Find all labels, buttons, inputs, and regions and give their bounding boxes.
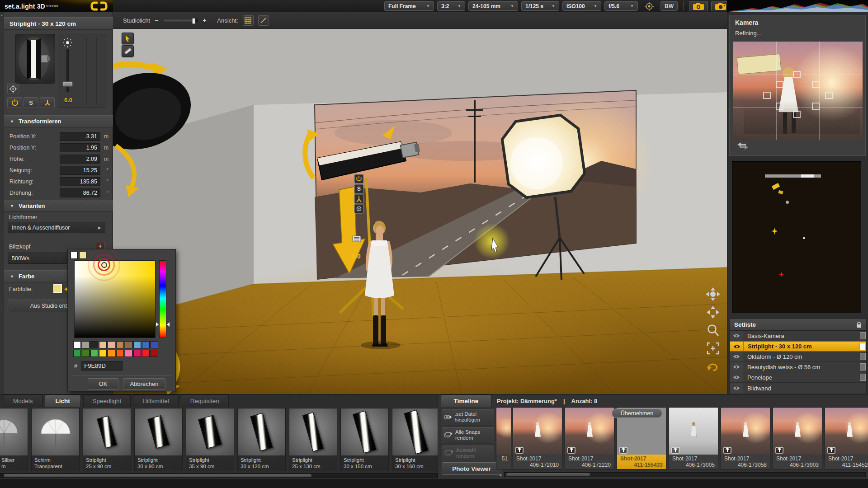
render-all-snaps-button[interactable]: Alle Snaps rendern: [442, 427, 494, 443]
setliste-item-penelope[interactable]: Penelope: [730, 372, 866, 383]
shot-thumbnail-406-172220[interactable]: Shot-2017406-172220: [565, 407, 614, 469]
slider-knob[interactable]: [192, 18, 195, 24]
recent-color-swatch[interactable]: [71, 252, 78, 259]
lens-dropdown[interactable]: 24-105 mm▼: [468, 1, 518, 11]
aspect-ratio-dropdown[interactable]: 3:2▼: [437, 1, 465, 11]
scrollbar-handle[interactable]: [506, 473, 590, 476]
farbfolie-color-swatch[interactable]: [53, 284, 62, 293]
bw-toggle-button[interactable]: BW: [660, 1, 678, 11]
pan-view-button[interactable]: [705, 305, 721, 319]
setliste-row-box[interactable]: [860, 353, 866, 360]
light-solo-button[interactable]: S: [24, 97, 38, 108]
light-power-button[interactable]: [7, 97, 22, 108]
tab-timeline[interactable]: Timeline: [441, 394, 491, 407]
tilt-field[interactable]: 15.25: [60, 166, 100, 175]
palette-swatch[interactable]: [90, 341, 98, 348]
palette-swatch[interactable]: [142, 341, 150, 348]
light-thumb-striplight-30x150[interactable]: Striplight30 x 150 cm: [340, 408, 389, 471]
palette-swatch[interactable]: [82, 341, 90, 348]
setliste-item-oktaform[interactable]: Oktaform - Ø 120 cm: [730, 352, 866, 362]
shutter-speed-dropdown[interactable]: 1/125 s▼: [521, 1, 559, 11]
section-transformieren[interactable]: ▼Transformieren: [4, 115, 113, 127]
light-thumb-striplight-30x160[interactable]: Striplight30 x 160 cm: [392, 408, 438, 471]
light-target-button[interactable]: [7, 84, 19, 94]
select-tool-button[interactable]: [122, 33, 134, 44]
apply-shot-icon[interactable]: [723, 446, 731, 454]
setliste-item-beautydish[interactable]: Beautydish weiss - Ø 56 cm: [730, 362, 866, 372]
palette-swatch[interactable]: [125, 350, 132, 357]
flash-glow-indicator[interactable]: [474, 223, 510, 259]
apply-shot-icon[interactable]: [619, 446, 627, 454]
tab-requisiten[interactable]: Requisiten: [181, 394, 229, 407]
orbit-view-button[interactable]: [705, 287, 721, 301]
light-thumb-striplight-30x120[interactable]: Striplight30 x 120 cm: [237, 408, 286, 471]
position-x-field[interactable]: 3.31: [60, 132, 100, 141]
light-thumb-striplight-25x130[interactable]: Striplight25 x 130 cm: [289, 408, 337, 471]
hex-color-input[interactable]: [81, 361, 123, 371]
hue-slider[interactable]: [159, 260, 166, 338]
photo-viewer-button[interactable]: Photo Viewer: [442, 462, 501, 475]
lichtformer-dropdown[interactable]: Innen & Aussendiffusor▶: [8, 222, 105, 233]
direction-field[interactable]: 135.85: [60, 177, 100, 186]
shot-thumbnail-partial[interactable]: 51: [496, 407, 511, 469]
setliste-row-box[interactable]: [860, 363, 866, 371]
tab-models[interactable]: Models: [4, 394, 42, 407]
snapshot-button[interactable]: [689, 1, 708, 11]
shot-thumbnail-406-172010[interactable]: Shot-2017406-172010: [513, 407, 562, 469]
studiolight-slider[interactable]: [163, 19, 198, 22]
light-thumb-schirm-transparent[interactable]: Schirm TransparentØ 100 cm: [31, 408, 80, 471]
light-thumb-striplight-30x90[interactable]: Striplight30 x 90 cm: [134, 408, 183, 471]
fit-view-button[interactable]: [705, 341, 721, 356]
height-field[interactable]: 2.09: [60, 155, 100, 164]
add-set-file-button[interactable]: .set Datei hinzufügen: [442, 409, 494, 425]
palette-swatch[interactable]: [116, 350, 124, 357]
palette-swatch[interactable]: [151, 350, 158, 357]
setliste-row-box[interactable]: [860, 332, 866, 339]
tab-speedlight[interactable]: Speedlight: [83, 394, 131, 407]
viewport-3d[interactable]: Studiolicht − + Ansicht:: [113, 12, 727, 394]
scene-3d[interactable]: S 6.0: [113, 29, 727, 394]
hue-marker-left-icon[interactable]: [156, 322, 159, 327]
ok-button[interactable]: OK: [88, 378, 118, 389]
recent-color-swatch[interactable]: [79, 252, 86, 259]
iso-dropdown[interactable]: ISO100▼: [562, 1, 601, 11]
render-selection-button[interactable]: Auswahl rendern: [442, 445, 494, 461]
tab-hilfsmittel[interactable]: Hilfsmittel: [133, 394, 179, 407]
palette-swatch[interactable]: [73, 350, 81, 357]
light-thumb-striplight-25x90[interactable]: Striplight25 x 90 cm: [83, 408, 131, 471]
apply-shot-icon[interactable]: [775, 446, 783, 454]
shot-thumbnail-406-173005[interactable]: Shot-2017406-173005: [669, 407, 718, 469]
top-view-minimap[interactable]: [732, 161, 861, 313]
camera-live-preview[interactable]: [733, 42, 863, 140]
aperture-dropdown[interactable]: f/5.6▼: [604, 1, 638, 11]
palette-swatch[interactable]: [82, 350, 90, 357]
shot-thumbnail-411-154520[interactable]: Shot-2017411-154520: [825, 407, 868, 469]
apply-shot-icon[interactable]: [671, 446, 679, 454]
palette-swatch[interactable]: [99, 341, 107, 348]
setliste-row-box[interactable]: [860, 374, 866, 381]
grid-view-button[interactable]: [243, 15, 254, 26]
cancel-button[interactable]: Abbrechen: [123, 378, 165, 389]
palette-swatch[interactable]: [151, 341, 158, 348]
studiolight-plus[interactable]: +: [203, 17, 206, 24]
measure-tool-button[interactable]: [122, 45, 134, 57]
setliste-item-bildwand[interactable]: Bildwand: [730, 383, 866, 394]
rotation-field[interactable]: 86.72: [60, 188, 100, 197]
setliste-item-basis-kamera[interactable]: Basis-Kamera: [730, 331, 866, 341]
tab-licht[interactable]: Licht: [45, 394, 81, 407]
palette-swatch[interactable]: [73, 341, 81, 348]
swap-view-button[interactable]: [737, 142, 749, 152]
palette-swatch[interactable]: [133, 350, 141, 357]
section-varianten[interactable]: ▼Varianten: [4, 200, 113, 212]
setliste-item-striplight[interactable]: Striplight - 30 x 120 cm: [730, 341, 866, 352]
palette-swatch[interactable]: [90, 350, 98, 357]
palette-swatch[interactable]: [116, 341, 124, 348]
sensor-format-dropdown[interactable]: Full Frame▼: [384, 1, 434, 11]
scroll-left-icon[interactable]: ◂: [499, 472, 501, 477]
left-panel-scrollbar[interactable]: ▲: [0, 12, 4, 394]
shot-thumbnail-406-173903[interactable]: Shot-2017406-173903: [773, 407, 822, 469]
setliste-row-box[interactable]: [859, 343, 865, 350]
light-stand-button[interactable]: [40, 97, 55, 108]
diagonal-guides-button[interactable]: [258, 15, 269, 26]
shot-thumbnail-406-173058[interactable]: Shot-2017406-173058: [721, 407, 770, 469]
